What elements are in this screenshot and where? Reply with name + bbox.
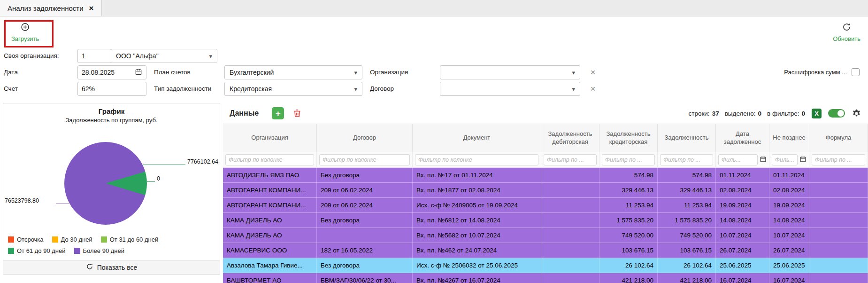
delete-row-icon[interactable] bbox=[292, 109, 302, 118]
grid-toggle[interactable] bbox=[828, 109, 845, 118]
table-cell bbox=[809, 273, 868, 283]
stat-label: в фильтре: bbox=[767, 110, 799, 117]
grid-title: Данные bbox=[230, 109, 259, 118]
table-cell: 19.09.2024 bbox=[769, 198, 809, 212]
contract-select[interactable]: ▾ bbox=[440, 82, 580, 96]
table-cell: 16.07.2024 bbox=[769, 273, 809, 283]
column-header[interactable]: Документ bbox=[413, 124, 541, 152]
tab-close-icon[interactable]: × bbox=[89, 4, 94, 12]
column-header[interactable]: Договор bbox=[317, 124, 413, 152]
main-toolbar: Загрузить Обновить bbox=[0, 16, 868, 49]
decrypt-sums-checkbox[interactable] bbox=[852, 68, 860, 76]
column-header[interactable]: Задолженность дебиторская bbox=[541, 124, 599, 152]
legend-swatch-icon bbox=[74, 248, 80, 254]
tab-analysis[interactable]: Анализ задолженности × bbox=[0, 0, 102, 16]
table-row[interactable]: КАМАСЕРВИС ООО182 от 16.05.2022Вх. пл. №… bbox=[223, 243, 868, 258]
table-cell: 26 102.64 bbox=[658, 258, 716, 273]
column-filter bbox=[223, 152, 317, 167]
column-filter-input[interactable] bbox=[319, 154, 410, 165]
table-cell: 02.08.2024 bbox=[769, 183, 809, 197]
column-filter bbox=[658, 152, 716, 167]
table-row[interactable]: АВТОДИЗЕЛЬ ЯМЗ ПАОБез договораВх. пл. №1… bbox=[223, 168, 868, 183]
column-filter-input[interactable] bbox=[544, 154, 597, 165]
show-all-button[interactable]: Показать все bbox=[3, 260, 220, 274]
refresh-button[interactable]: Обновить bbox=[833, 22, 860, 42]
account-label: Счет bbox=[4, 82, 18, 96]
date-input[interactable]: 28.08.2025 bbox=[77, 65, 146, 79]
account-input[interactable] bbox=[77, 82, 146, 96]
table-row[interactable]: Авзалова Тамара Гивие...Без договораИсх.… bbox=[223, 258, 868, 273]
column-filter-input[interactable] bbox=[772, 154, 798, 165]
debt-type-label: Тип задолженности bbox=[154, 82, 211, 96]
column-header[interactable]: Задолженность кредиторская bbox=[599, 124, 658, 152]
legend-swatch-icon bbox=[8, 248, 14, 254]
own-org-select-value: ООО "Альфа" bbox=[116, 52, 206, 60]
chart-of-accounts-select[interactable]: Бухгалтерский ▾ bbox=[224, 65, 362, 79]
table-cell: Исх. с-ф № 2506032 от 25.06.2025 bbox=[413, 258, 541, 273]
organization-label: Организация bbox=[370, 65, 408, 79]
table-cell: Вх. пл. №6812 от 14.08.2024 bbox=[413, 213, 541, 228]
table-cell: 1 575 835.20 bbox=[599, 213, 658, 228]
legend-label: До 30 дней bbox=[61, 236, 92, 243]
table-row[interactable]: КАМА ДИЗЕЛЬ АОБез договораВх. пл. №6812 … bbox=[223, 213, 868, 228]
load-icon bbox=[20, 22, 30, 33]
table-cell: Без договора bbox=[317, 258, 413, 273]
column-filter bbox=[809, 152, 868, 167]
add-row-button[interactable]: + bbox=[272, 107, 284, 119]
column-filter-input[interactable] bbox=[602, 154, 655, 165]
calendar-icon[interactable] bbox=[760, 156, 767, 164]
column-filter-input[interactable] bbox=[415, 154, 538, 165]
column-filter-input[interactable] bbox=[812, 154, 865, 165]
column-filter-input[interactable] bbox=[225, 154, 314, 165]
table-cell: 10.07.2024 bbox=[769, 228, 809, 243]
table-row[interactable]: БАШВТОРМЕТ АОБВМ/ЗАГ/30/06/22 от 30...Вх… bbox=[223, 273, 868, 283]
chart-panel: График Задолженность по группам, руб. 77… bbox=[3, 103, 220, 275]
stat-label: выделено: bbox=[725, 110, 756, 117]
gear-icon[interactable] bbox=[852, 109, 861, 118]
pie-callout: 7766102.64 bbox=[187, 158, 218, 165]
table-row[interactable]: КАМА ДИЗЕЛЬ АОВх. пл. №5682 от 10.07.202… bbox=[223, 228, 868, 243]
table-cell: 25.06.2025 bbox=[716, 258, 769, 273]
pie-chart bbox=[64, 142, 147, 225]
legend-item: От 31 до 60 дней bbox=[101, 236, 159, 243]
callout-line bbox=[56, 204, 69, 204]
calendar-icon[interactable] bbox=[135, 68, 142, 77]
table-cell: Вх. пл. №1877 от 02.08.2024 bbox=[413, 183, 541, 197]
legend-item: От 61 до 90 дней bbox=[8, 247, 66, 254]
table-cell bbox=[317, 228, 413, 243]
table-cell: 26 102.64 bbox=[599, 258, 658, 273]
table-cell: 10.07.2024 bbox=[716, 228, 769, 243]
column-header[interactable]: Организация bbox=[223, 124, 317, 152]
table-row[interactable]: АВТОГАРАНТ КОМПАНИ...209 от 06.02.2024Ис… bbox=[223, 198, 868, 213]
contract-clear-icon[interactable]: × bbox=[588, 82, 598, 96]
column-filter-input[interactable] bbox=[718, 154, 758, 165]
table-cell: Вх. пл. №4267 от 16.07.2024 bbox=[413, 273, 541, 283]
excel-export-icon[interactable]: X bbox=[812, 109, 822, 118]
column-header[interactable]: Не позднее bbox=[769, 124, 809, 152]
chart-legend-row: От 61 до 90 днейБолее 90 дней bbox=[8, 247, 124, 254]
legend-swatch-icon bbox=[8, 236, 14, 243]
column-header[interactable]: Формула bbox=[809, 124, 868, 152]
debt-type-value: Кредиторская bbox=[230, 85, 351, 93]
table-cell: АВТОДИЗЕЛЬ ЯМЗ ПАО bbox=[223, 168, 317, 182]
stat-value: 37 bbox=[712, 110, 719, 117]
own-org-code-input[interactable] bbox=[77, 49, 111, 63]
table-row[interactable]: АВТОГАРАНТ КОМПАНИ...209 от 06.02.2024Вх… bbox=[223, 183, 868, 198]
table-cell: 16.07.2024 bbox=[716, 273, 769, 283]
calendar-icon[interactable] bbox=[799, 156, 807, 164]
column-filter-input[interactable] bbox=[660, 154, 713, 165]
own-org-select[interactable]: ООО "Альфа" ▾ bbox=[111, 49, 217, 63]
organization-select[interactable]: ▾ bbox=[440, 65, 580, 79]
table-cell bbox=[541, 243, 599, 258]
organization-clear-icon[interactable]: × bbox=[588, 65, 598, 79]
table-cell: 574.98 bbox=[658, 168, 716, 182]
table-cell: 421 218.00 bbox=[658, 273, 716, 283]
column-header[interactable]: Задолженность bbox=[658, 124, 716, 152]
table-cell: 14.08.2024 bbox=[716, 213, 769, 228]
load-button[interactable]: Загрузить bbox=[11, 22, 39, 42]
table-cell bbox=[541, 228, 599, 243]
debt-type-select[interactable]: Кредиторская ▾ bbox=[224, 82, 362, 96]
stat-value: 0 bbox=[801, 110, 805, 117]
column-header[interactable]: Дата задолженнос bbox=[716, 124, 769, 152]
table-cell: 209 от 06.02.2024 bbox=[317, 198, 413, 212]
